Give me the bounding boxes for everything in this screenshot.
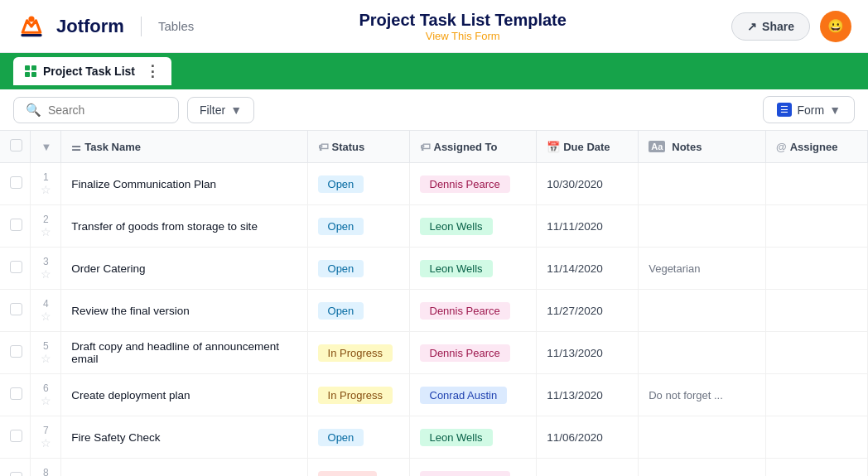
th-status: 🏷 Status xyxy=(307,131,409,163)
status-badge[interactable]: Open xyxy=(318,302,364,320)
table-body: 1 ☆ Finalize Communication Plan Open Den… xyxy=(0,163,868,477)
row-checkbox[interactable] xyxy=(10,345,22,358)
filter-funnel-icon: ▼ xyxy=(230,103,242,117)
cell-task[interactable]: Draft copy and headline of announcement … xyxy=(61,332,307,374)
assigned-badge[interactable]: Dennis Pearce xyxy=(420,344,510,362)
table-header: ▼ ⚌ Task Name 🏷 Status 🏷 xyxy=(0,131,868,163)
cell-status: In Progress xyxy=(307,374,409,416)
status-badge[interactable]: In Progress xyxy=(318,344,393,362)
assigned-badge[interactable]: Conrad Austin xyxy=(420,387,508,404)
cell-due[interactable]: 11/06/2020 xyxy=(537,416,639,459)
star-icon[interactable]: ☆ xyxy=(41,394,51,407)
cell-task[interactable]: Run Sales Training Program xyxy=(61,459,307,477)
cell-task[interactable]: Create deployment plan xyxy=(61,374,307,416)
star-icon[interactable]: ☆ xyxy=(41,436,51,450)
th-notes: Aa Notes xyxy=(639,131,766,163)
cell-task[interactable]: Fire Safety Check xyxy=(61,416,307,459)
cell-num: 8 ☆ xyxy=(31,459,61,477)
cell-due[interactable]: 10/30/2020 xyxy=(537,459,639,477)
filter-button[interactable]: Filter ▼ xyxy=(187,97,254,123)
row-number: 1 xyxy=(43,171,49,183)
cell-assignee2 xyxy=(765,459,867,477)
form-label: Form xyxy=(797,103,824,117)
status-badge[interactable]: On Hold xyxy=(318,471,378,477)
row-number: 4 xyxy=(43,298,49,310)
cell-due[interactable]: 11/27/2020 xyxy=(537,290,639,332)
cell-task[interactable]: Finalize Communication Plan xyxy=(61,163,307,205)
tab-options-icon[interactable]: ⋮ xyxy=(145,62,160,80)
cell-task[interactable]: Order Catering xyxy=(61,248,307,290)
search-input[interactable] xyxy=(48,103,164,117)
cell-check xyxy=(0,205,31,248)
star-icon[interactable]: ☆ xyxy=(41,310,51,323)
star-icon[interactable]: ☆ xyxy=(41,352,51,365)
table-row: 4 ☆ Review the final version Open Dennis… xyxy=(0,290,868,332)
assigned-badge[interactable]: Dennis Pearce xyxy=(420,175,510,193)
avatar[interactable]: 😀 xyxy=(820,11,851,42)
assigned-badge[interactable]: Dennis Pearce xyxy=(420,302,510,320)
cell-task[interactable]: Transfer of goods from storage to site xyxy=(61,205,307,248)
assigned-badge[interactable]: Leon Wells xyxy=(420,260,493,277)
chevron-down-icon[interactable]: ▼ xyxy=(41,141,51,153)
logo-area: Jotform Tables xyxy=(17,12,194,41)
tab-bar: Project Task List ⋮ xyxy=(0,53,868,89)
row-number: 2 xyxy=(43,214,49,225)
table-col-icon: ⚌ xyxy=(71,141,81,153)
row-checkbox[interactable] xyxy=(10,176,22,189)
header-checkbox[interactable] xyxy=(10,139,22,151)
row-checkbox[interactable] xyxy=(10,387,22,400)
status-badge[interactable]: Open xyxy=(318,429,364,446)
cell-check xyxy=(0,163,31,205)
cell-due[interactable]: 10/30/2020 xyxy=(537,163,639,205)
cell-due[interactable]: 11/14/2020 xyxy=(537,248,639,290)
row-checkbox[interactable] xyxy=(10,303,22,315)
assigned-badge[interactable]: Leon Wells xyxy=(420,429,493,446)
cell-num: 2 ☆ xyxy=(31,205,61,248)
share-button[interactable]: ↗ Share xyxy=(731,12,810,41)
cell-due[interactable]: 11/13/2020 xyxy=(537,332,639,374)
tab-project-task-list[interactable]: Project Task List ⋮ xyxy=(13,57,171,85)
cell-assigned: Leon Wells xyxy=(409,205,537,248)
th-due-date: 📅 Due Date xyxy=(537,131,639,163)
star-icon[interactable]: ☆ xyxy=(41,225,51,238)
status-badge[interactable]: Open xyxy=(318,260,364,277)
share-icon: ↗ xyxy=(747,20,757,33)
star-icon[interactable]: ☆ xyxy=(41,267,51,281)
cell-assigned: Conrad Austin xyxy=(409,374,537,416)
jotform-logo-icon xyxy=(17,12,46,41)
cell-task[interactable]: Review the final version xyxy=(61,290,307,332)
form-chevron-icon: ▼ xyxy=(829,103,841,117)
cell-assigned: Dennis Pearce xyxy=(409,459,537,477)
tag-icon: 🏷 xyxy=(318,141,329,153)
svg-point-2 xyxy=(28,16,34,22)
status-badge[interactable]: Open xyxy=(318,175,364,193)
row-checkbox[interactable] xyxy=(10,261,22,273)
th-check xyxy=(0,131,31,163)
cell-check xyxy=(0,374,31,416)
star-icon[interactable]: ☆ xyxy=(41,183,51,196)
header-center: Project Task List Template View This For… xyxy=(359,11,566,42)
form-button[interactable]: ☰ Form ▼ xyxy=(763,96,855,123)
cell-notes xyxy=(639,416,766,459)
cell-assignee2 xyxy=(765,248,867,290)
cell-assignee2 xyxy=(765,205,867,248)
th-notes-label: Notes xyxy=(672,141,702,153)
cell-status: Open xyxy=(307,163,409,205)
cell-due[interactable]: 11/13/2020 xyxy=(537,374,639,416)
row-checkbox[interactable] xyxy=(10,219,22,231)
table-row: 5 ☆ Draft copy and headline of announcem… xyxy=(0,332,868,374)
view-form-link[interactable]: View This Form xyxy=(359,30,566,42)
status-badge[interactable]: In Progress xyxy=(318,387,393,404)
search-box[interactable]: 🔍 xyxy=(13,97,179,123)
status-badge[interactable]: Open xyxy=(318,218,364,235)
row-checkbox[interactable] xyxy=(10,430,22,442)
table-row: 3 ☆ Order Catering Open Leon Wells 11/14… xyxy=(0,248,868,290)
task-table: ▼ ⚌ Task Name 🏷 Status 🏷 xyxy=(0,131,868,476)
th-num: ▼ xyxy=(31,131,61,163)
cell-check xyxy=(0,332,31,374)
assigned-badge[interactable]: Leon Wells xyxy=(420,218,493,235)
row-checkbox[interactable] xyxy=(10,472,22,476)
assigned-badge[interactable]: Dennis Pearce xyxy=(420,471,510,477)
cell-due[interactable]: 11/11/2020 xyxy=(537,205,639,248)
cell-notes xyxy=(639,332,766,374)
